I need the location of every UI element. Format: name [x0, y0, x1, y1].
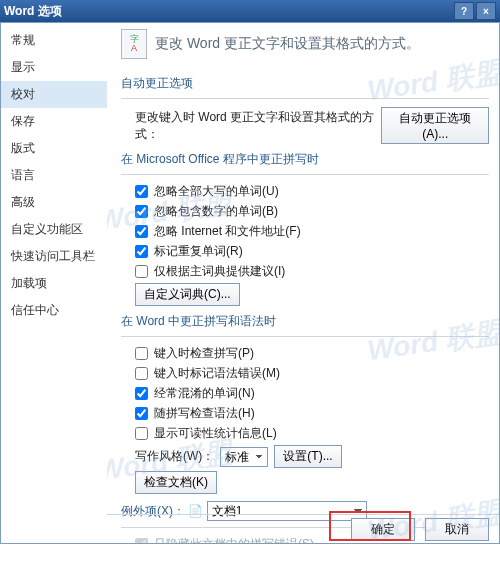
cb-check-spell-as-type-input[interactable] [135, 347, 148, 360]
check-document-button[interactable]: 检查文档(K) [135, 471, 217, 494]
sidebar-item-quick-access[interactable]: 快速访问工具栏 [1, 243, 107, 270]
section-word-title: 在 Word 中更正拼写和语法时 [121, 309, 489, 332]
divider [121, 174, 489, 175]
cb-confused-words-input[interactable] [135, 387, 148, 400]
sidebar-item-addins[interactable]: 加载项 [1, 270, 107, 297]
sidebar-item-save[interactable]: 保存 [1, 108, 107, 135]
sidebar-item-proofing[interactable]: 校对 [1, 81, 107, 108]
cb-ignore-uppercase-input[interactable] [135, 185, 148, 198]
window-title: Word 选项 [4, 3, 62, 20]
cb-flag-repeated-input[interactable] [135, 245, 148, 258]
grammar-settings-button[interactable]: 设置(T)... [274, 445, 341, 468]
divider [121, 336, 489, 337]
sidebar-item-language[interactable]: 语言 [1, 162, 107, 189]
proofing-icon [121, 29, 147, 59]
cb-ignore-numbers[interactable]: 忽略包含数字的单词(B) [135, 203, 278, 220]
sidebar-item-advanced[interactable]: 高级 [1, 189, 107, 216]
sidebar-item-display[interactable]: 显示 [1, 54, 107, 81]
cb-main-dict-only-input[interactable] [135, 265, 148, 278]
section-office-title: 在 Microsoft Office 程序中更正拼写时 [121, 147, 489, 170]
sidebar: 常规 显示 校对 保存 版式 语言 高级 自定义功能区 快速访问工具栏 加载项 … [1, 23, 107, 543]
close-button[interactable]: × [476, 2, 496, 20]
cb-check-spell-as-type[interactable]: 键入时检查拼写(P) [135, 345, 254, 362]
cb-readability-input[interactable] [135, 427, 148, 440]
cb-main-dict-only[interactable]: 仅根据主词典提供建议(I) [135, 263, 285, 280]
writing-style-select[interactable]: 标准 [220, 447, 268, 467]
help-button[interactable]: ? [454, 2, 474, 20]
main-panel: 更改 Word 更正文字和设置其格式的方式。 自动更正选项 更改键入时 Word… [107, 23, 499, 543]
sidebar-item-layout[interactable]: 版式 [1, 135, 107, 162]
cb-ignore-internet-input[interactable] [135, 225, 148, 238]
divider [121, 98, 489, 99]
cb-ignore-internet[interactable]: 忽略 Internet 和文件地址(F) [135, 223, 301, 240]
cb-mark-grammar-as-type-input[interactable] [135, 367, 148, 380]
cb-grammar-with-spell-input[interactable] [135, 407, 148, 420]
panel-header: 更改 Word 更正文字和设置其格式的方式。 [121, 29, 489, 65]
sidebar-item-general[interactable]: 常规 [1, 27, 107, 54]
cb-grammar-with-spell[interactable]: 随拼写检查语法(H) [135, 405, 255, 422]
panel-title: 更改 Word 更正文字和设置其格式的方式。 [155, 35, 420, 53]
cb-confused-words[interactable]: 经常混淆的单词(N) [135, 385, 255, 402]
titlebar: Word 选项 ? × [0, 0, 500, 22]
sidebar-item-trust-center[interactable]: 信任中心 [1, 297, 107, 324]
dialog-footer: 确定 取消 [107, 514, 499, 543]
cb-ignore-uppercase[interactable]: 忽略全部大写的单词(U) [135, 183, 279, 200]
autocorrect-options-button[interactable]: 自动更正选项(A)... [381, 107, 489, 144]
cb-ignore-numbers-input[interactable] [135, 205, 148, 218]
cb-flag-repeated[interactable]: 标记重复单词(R) [135, 243, 243, 260]
cb-readability[interactable]: 显示可读性统计信息(L) [135, 425, 277, 442]
cancel-button[interactable]: 取消 [425, 518, 489, 541]
section-autocorrect-title: 自动更正选项 [121, 71, 489, 94]
cb-mark-grammar-as-type[interactable]: 键入时标记语法错误(M) [135, 365, 280, 382]
writing-style-label: 写作风格(W)： [135, 448, 214, 465]
autocorrect-row-label: 更改键入时 Word 更正文字和设置其格式的方式： [135, 109, 375, 143]
sidebar-item-customize-ribbon[interactable]: 自定义功能区 [1, 216, 107, 243]
dialog-client: 常规 显示 校对 保存 版式 语言 高级 自定义功能区 快速访问工具栏 加载项 … [0, 22, 500, 544]
ok-button[interactable]: 确定 [351, 518, 415, 541]
custom-dictionaries-button[interactable]: 自定义词典(C)... [135, 283, 240, 306]
